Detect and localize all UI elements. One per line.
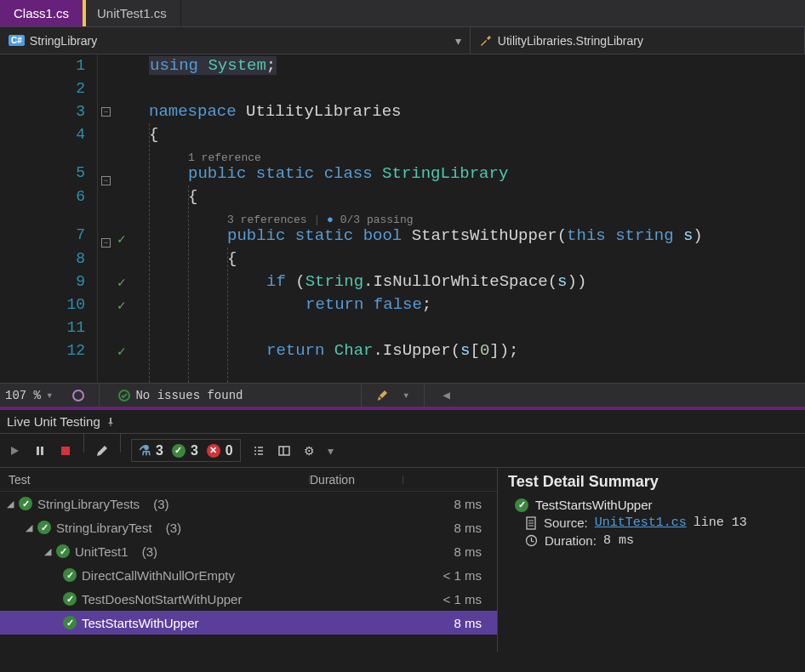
test-detail-summary: Test Detail Summary ✓ TestStartsWithUppe…: [497, 468, 805, 652]
test-pass-icon: ✓: [117, 274, 126, 291]
intellicode-icon[interactable]: [71, 389, 85, 402]
svg-rect-5: [279, 447, 289, 455]
svg-rect-2: [37, 447, 39, 455]
total-tests-counter[interactable]: ⚗3: [139, 442, 163, 458]
failed-tests-counter[interactable]: ✕0: [207, 443, 233, 458]
check-circle-icon: ✓: [63, 592, 77, 606]
check-circle-icon: ✓: [63, 616, 77, 629]
panel-title-bar: Live Unit Testing: [0, 410, 805, 434]
pin-icon[interactable]: [106, 417, 116, 427]
caret-down-icon: ◢: [44, 546, 51, 557]
brush-icon[interactable]: [375, 389, 389, 402]
clock-icon: [525, 534, 538, 547]
check-circle-icon: ✓: [56, 544, 70, 558]
live-unit-testing-panel: Live Unit Testing ⚗3 ✓3 ✕0 ⚙ ▾ Test Dura…: [0, 410, 805, 652]
scroll-left-icon[interactable]: ◀: [438, 388, 455, 402]
svg-rect-3: [41, 447, 43, 455]
column-header-test[interactable]: Test: [0, 473, 310, 487]
chevron-down-icon[interactable]: ▾: [328, 444, 334, 458]
test-node[interactable]: ◢✓StringLibraryTests (3) 8 ms: [0, 492, 497, 515]
flask-icon: ⚗: [139, 442, 151, 458]
test-node[interactable]: ◢✓UnitTest1 (3) 8 ms: [0, 539, 497, 563]
test-leaf[interactable]: ✓TestDoesNotStartWithUpper < 1 ms: [0, 587, 497, 611]
csharp-badge-icon: C#: [9, 35, 25, 46]
caret-down-icon: ◢: [7, 498, 14, 510]
test-leaf[interactable]: ✓DirectCallWithNullOrEmpty < 1 ms: [0, 563, 497, 587]
test-leaf-selected[interactable]: ✓TestStartsWithUpper 8 ms: [0, 611, 497, 635]
fold-toggle-icon[interactable]: −: [101, 238, 111, 248]
editor-status-bar: 107 %▾ No issues found ▾ ◀: [0, 383, 805, 407]
stop-icon[interactable]: [58, 443, 73, 458]
chevron-down-icon: ▾: [455, 34, 461, 48]
pencil-icon[interactable]: [94, 443, 110, 458]
caret-down-icon: ◢: [26, 522, 32, 533]
test-counters: ⚗3 ✓3 ✕0: [131, 439, 241, 462]
list-icon[interactable]: [251, 443, 266, 458]
line-number-gutter: 1 2 3 4 5 6 7 8 9 10 11 12: [0, 54, 98, 383]
svg-rect-4: [61, 447, 70, 455]
lut-toolbar: ⚗3 ✓3 ✕0 ⚙ ▾: [0, 434, 805, 468]
fail-circle-icon: ✕: [207, 444, 220, 458]
document-icon: [525, 516, 537, 530]
svg-point-0: [73, 390, 83, 401]
test-tree: Test Duration ◢✓StringLibraryTests (3) 8…: [0, 468, 497, 652]
wrench-icon: [479, 34, 493, 48]
check-circle-icon: ✓: [19, 497, 32, 510]
play-icon[interactable]: [7, 443, 22, 458]
nav-type-dropdown[interactable]: C# StringLibrary ▾: [0, 27, 471, 54]
test-pass-icon: ✓: [117, 231, 126, 248]
test-pass-icon: ✓: [117, 343, 126, 360]
gear-icon[interactable]: ⚙: [302, 443, 317, 458]
source-link[interactable]: UnitTest1.cs: [595, 515, 687, 530]
check-circle-icon: ✓: [63, 568, 77, 582]
file-tabs: Class1.cs UnitTest1.cs: [0, 0, 805, 27]
detail-test-name: TestStartsWithUpper: [535, 498, 653, 512]
passed-tests-counter[interactable]: ✓3: [172, 443, 198, 458]
code-content[interactable]: using System; namespace UtilityLibraries…: [149, 54, 805, 383]
column-header-duration[interactable]: Duration: [310, 473, 403, 487]
tab-class1[interactable]: Class1.cs: [0, 0, 83, 26]
check-circle-icon: ✓: [37, 521, 51, 534]
tab-unittest1[interactable]: UnitTest1.cs: [83, 0, 181, 26]
pause-icon[interactable]: [32, 443, 48, 458]
check-circle-icon: [118, 390, 130, 401]
zoom-level[interactable]: 107 %▾: [0, 388, 58, 402]
check-circle-icon: ✓: [172, 444, 186, 458]
detail-heading: Test Detail Summary: [508, 473, 795, 491]
fold-toggle-icon[interactable]: −: [101, 176, 111, 185]
nav-member-dropdown[interactable]: UtilityLibraries.StringLibrary: [471, 27, 805, 54]
code-editor[interactable]: 1 2 3 4 5 6 7 8 9 10 11 12 − − −✓ ✓ ✓ ✓: [0, 54, 805, 407]
test-node[interactable]: ◢✓StringLibraryTest (3) 8 ms: [0, 515, 497, 539]
navigation-bar: C# StringLibrary ▾ UtilityLibraries.Stri…: [0, 27, 805, 54]
layout-icon[interactable]: [277, 443, 292, 458]
test-pass-icon: ✓: [117, 297, 126, 314]
codelens-test-status[interactable]: 3 references | ● 0/3 passing: [149, 208, 805, 225]
check-circle-icon: ✓: [515, 498, 528, 512]
fold-toggle-icon[interactable]: −: [101, 107, 111, 117]
error-status[interactable]: No issues found: [113, 389, 248, 402]
fold-gutter: − − −✓ ✓ ✓ ✓: [98, 54, 149, 383]
codelens-references[interactable]: 1 reference: [149, 146, 805, 162]
